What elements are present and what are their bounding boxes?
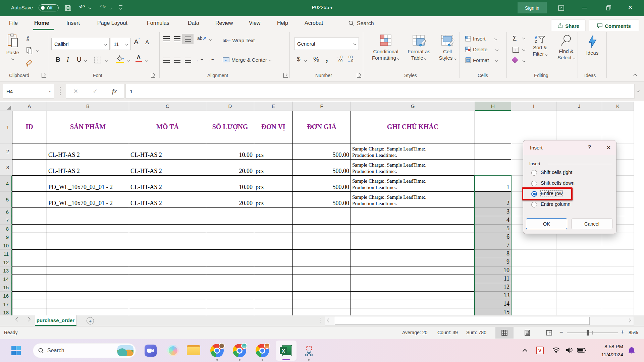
- cell-J10[interactable]: [556, 241, 602, 250]
- cell-G16[interactable]: [351, 292, 475, 300]
- cell-H18[interactable]: 15: [475, 308, 511, 315]
- cell-B13[interactable]: [47, 266, 129, 275]
- chrome-profile1-icon[interactable]: [210, 343, 224, 358]
- cell-D10[interactable]: [206, 241, 254, 250]
- cell-I12[interactable]: [511, 258, 556, 266]
- row-header-9[interactable]: 9: [0, 233, 12, 241]
- cell-I15[interactable]: [511, 283, 556, 292]
- cell-B15[interactable]: [47, 283, 129, 292]
- cell-D13[interactable]: [206, 266, 254, 275]
- zoom-slider-thumb[interactable]: [587, 330, 589, 336]
- cell-F9[interactable]: [293, 233, 351, 241]
- underline-button[interactable]: U: [77, 56, 82, 63]
- cell-B16[interactable]: [47, 292, 129, 300]
- increase-indent-icon[interactable]: →≡: [207, 58, 214, 63]
- chrome-profile2-icon[interactable]: [232, 343, 247, 358]
- cell-E14[interactable]: [254, 275, 293, 283]
- cell-J1[interactable]: [556, 111, 602, 143]
- status-sum[interactable]: Sum: 780: [466, 330, 486, 335]
- cell-J16[interactable]: [556, 292, 602, 300]
- format-cells-button[interactable]: Format: [465, 57, 489, 63]
- cell-K14[interactable]: [602, 275, 634, 283]
- radio-shift-cells-right[interactable]: [531, 170, 537, 176]
- cell-C17[interactable]: [129, 300, 206, 308]
- tab-file[interactable]: File: [9, 20, 18, 26]
- alignment-dialog-launcher[interactable]: [283, 73, 288, 78]
- tab-insert[interactable]: Insert: [66, 20, 80, 26]
- row-header-7[interactable]: 7: [0, 216, 12, 225]
- cell-G5[interactable]: Sample Charge:. Sample LeadTime:.Product…: [351, 192, 475, 208]
- cancel-button[interactable]: Cancel: [571, 218, 612, 229]
- cell-F10[interactable]: [293, 241, 351, 250]
- cell-A4[interactable]: [12, 176, 47, 192]
- cell-G14[interactable]: [351, 275, 475, 283]
- cell-C16[interactable]: [129, 292, 206, 300]
- cell-D11[interactable]: [206, 250, 254, 258]
- tab-help[interactable]: Help: [277, 20, 288, 26]
- column-header-E[interactable]: E: [254, 102, 293, 111]
- column-header-H[interactable]: H: [475, 102, 511, 111]
- cell-B17[interactable]: [47, 300, 129, 308]
- ok-button[interactable]: OK: [526, 218, 567, 229]
- cell-D5[interactable]: 20.00: [206, 192, 254, 208]
- cell-C6[interactable]: [129, 208, 206, 216]
- cell-H10[interactable]: 7: [475, 241, 511, 250]
- cell-I1[interactable]: [511, 111, 556, 143]
- cell-F1[interactable]: ĐƠN GIÁ: [293, 111, 351, 143]
- tab-review[interactable]: Review: [215, 20, 233, 26]
- wifi-icon[interactable]: [552, 347, 560, 354]
- cell-B7[interactable]: [47, 216, 129, 225]
- row-header-14[interactable]: 14: [0, 275, 12, 283]
- row-header-5[interactable]: 5: [0, 192, 12, 208]
- ime-indicator[interactable]: V: [536, 347, 544, 354]
- cell-I13[interactable]: [511, 266, 556, 275]
- cell-E8[interactable]: [254, 225, 293, 233]
- cell-G7[interactable]: [351, 216, 475, 225]
- column-header-B[interactable]: B: [47, 102, 129, 111]
- cell-E2[interactable]: pcs: [254, 143, 293, 160]
- grow-font-button[interactable]: Aˆ: [134, 38, 140, 46]
- cell-G13[interactable]: [351, 266, 475, 275]
- cell-G8[interactable]: [351, 225, 475, 233]
- cell-I9[interactable]: [511, 233, 556, 241]
- comma-button[interactable]: ,: [325, 52, 328, 64]
- cell-D4[interactable]: 10.00: [206, 176, 254, 192]
- cell-F12[interactable]: [293, 258, 351, 266]
- zoom-out-button[interactable]: −: [559, 329, 563, 336]
- cell-C11[interactable]: [129, 250, 206, 258]
- decrease-indent-icon[interactable]: ←≡: [196, 58, 203, 63]
- cell-H15[interactable]: 12: [475, 283, 511, 292]
- cell-A6[interactable]: [12, 208, 47, 216]
- tab-formulas[interactable]: Formulas: [147, 20, 169, 26]
- fill-color-icon[interactable]: [116, 55, 124, 63]
- number-dialog-launcher[interactable]: [357, 73, 361, 78]
- find-select-button[interactable]: Find &Select: [553, 35, 580, 61]
- status-average[interactable]: Average: 20: [402, 330, 427, 335]
- cell-K12[interactable]: [602, 258, 634, 266]
- column-header-A[interactable]: A: [12, 102, 47, 111]
- cell-E9[interactable]: [254, 233, 293, 241]
- cell-B12[interactable]: [47, 258, 129, 266]
- cell-G4[interactable]: Sample Charge:. Sample LeadTime:.Product…: [351, 176, 475, 192]
- radio-label-shift-cells-down[interactable]: Shift cells down: [541, 180, 575, 186]
- cell-A11[interactable]: [12, 250, 47, 258]
- chrome-profile3-icon[interactable]: [255, 343, 269, 358]
- cell-E10[interactable]: [254, 241, 293, 250]
- font-color-icon[interactable]: A: [136, 55, 142, 62]
- align-left-icon[interactable]: [163, 58, 170, 63]
- currency-button[interactable]: $: [297, 55, 301, 63]
- cell-D14[interactable]: [206, 275, 254, 283]
- align-middle-icon[interactable]: [174, 36, 180, 41]
- cell-K1[interactable]: [602, 111, 634, 143]
- cell-C18[interactable]: [129, 308, 206, 315]
- restore-button[interactable]: [606, 5, 612, 11]
- cell-A1[interactable]: ID: [12, 111, 47, 143]
- cell-F18[interactable]: [293, 308, 351, 315]
- cell-A12[interactable]: [12, 258, 47, 266]
- insert-cells-button[interactable]: Insert: [465, 36, 486, 42]
- view-normal-button[interactable]: [495, 327, 514, 339]
- cell-E17[interactable]: [254, 300, 293, 308]
- cell-H13[interactable]: 10: [475, 266, 511, 275]
- cell-D6[interactable]: [206, 208, 254, 216]
- cell-G12[interactable]: [351, 258, 475, 266]
